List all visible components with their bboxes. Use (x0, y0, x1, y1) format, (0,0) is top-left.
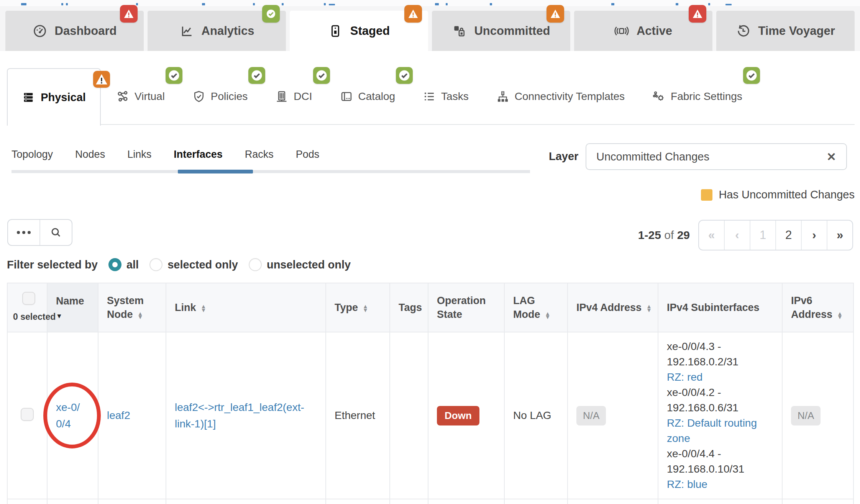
tab-fabric-settings[interactable]: Fabric Settings (652, 90, 742, 103)
tab-label: Catalog (358, 90, 396, 103)
column-header-ipv4-subinterfaces[interactable]: IPv4 Subinterfaces (658, 283, 782, 332)
routing-zone-link[interactable]: RZ: red (667, 371, 702, 383)
column-header-lag-mode[interactable]: LAG Mode▲▼ (504, 283, 568, 332)
radio-unselected-icon[interactable] (249, 258, 262, 271)
main-tab-time-voyager[interactable]: Time Voyager (716, 11, 855, 51)
column-label: Type (335, 302, 358, 313)
table-header-row: 0 selected Name ▼ System Node▲▼ Link▲▼ T… (7, 283, 853, 332)
system-node-cell: leaf2 (98, 332, 166, 499)
filter-option-label: unselected only (267, 259, 351, 271)
subinterface-entry: xe-0/0/4.3 - 192.168.0.2/31 RZ: red (667, 339, 778, 385)
tab-connectivity-templates[interactable]: Connectivity Templates (496, 90, 625, 103)
first-page-button[interactable]: « (699, 221, 724, 250)
tab-catalog[interactable]: Catalog (340, 90, 396, 103)
fabric-settings-icon (652, 90, 665, 103)
tab-label: Physical (41, 91, 86, 104)
column-header-link[interactable]: Link▲▼ (166, 283, 326, 332)
main-tab-active[interactable]: Active (574, 11, 712, 51)
tab-dci[interactable]: DCI (275, 90, 312, 103)
virtual-icon (116, 90, 129, 103)
main-tab-dashboard[interactable]: Dashboard (5, 11, 144, 51)
row-checkbox[interactable] (21, 408, 34, 421)
subnav-nodes[interactable]: Nodes (75, 149, 105, 160)
column-label: Operation State (437, 295, 486, 320)
success-badge-icon (396, 67, 413, 84)
staged-section-tabbar: Physical Virtual Po (7, 68, 855, 125)
column-header-operation-state[interactable]: Operation State (428, 283, 504, 332)
physical-subnav: Topology Nodes Links Interfaces Racks Po… (11, 149, 319, 160)
main-tab-analytics[interactable]: Analytics (148, 11, 286, 51)
filter-option-unselected-only[interactable]: unselected only (249, 258, 351, 271)
pagination-range: 1-25 of 29 (638, 229, 690, 242)
column-label: IPv4 Subinterfaces (667, 302, 760, 313)
select-all-checkbox[interactable] (22, 292, 35, 305)
down-status-badge: Down (437, 406, 479, 425)
row-select-cell (7, 332, 47, 499)
main-tab-uncommitted[interactable]: Uncommitted (432, 11, 570, 51)
column-label: IPv6 Address (791, 295, 832, 320)
filter-label: Filter selected by (7, 259, 98, 271)
subnav-pods[interactable]: Pods (296, 149, 320, 160)
search-button[interactable] (39, 220, 72, 245)
routing-zone-link[interactable]: RZ: Default routing zone (667, 417, 757, 444)
subnav-racks[interactable]: Racks (245, 149, 274, 160)
routing-zone-link[interactable]: RZ: blue (667, 478, 707, 490)
na-badge: N/A (791, 406, 821, 425)
analytics-icon (179, 24, 194, 38)
alert-badge-red-icon (689, 5, 706, 23)
column-header-ipv6-address[interactable]: IPv6 Address▲▼ (782, 283, 853, 332)
column-header-name[interactable]: Name ▼ (47, 283, 98, 332)
sort-icon: ▲▼ (201, 304, 207, 312)
pagination: 1-25 of 29 « ‹ 1 2 › » (638, 220, 853, 250)
next-page-button[interactable]: › (801, 221, 827, 250)
column-header-tags[interactable]: Tags (390, 283, 428, 332)
radio-unselected-icon[interactable] (149, 258, 162, 271)
column-header-system-node[interactable]: System Node▲▼ (98, 283, 166, 332)
prev-page-button[interactable]: ‹ (724, 221, 750, 250)
page-1-button[interactable]: 1 (750, 221, 775, 250)
success-badge-icon (262, 5, 280, 23)
subnav-links[interactable]: Links (127, 149, 151, 160)
catalog-icon (340, 90, 353, 103)
interface-name-link[interactable]: xe-0/0/4 (56, 399, 88, 432)
last-page-button[interactable]: » (827, 221, 852, 250)
main-tab-staged[interactable]: Staged (290, 11, 428, 51)
uncommitted-changes-legend: Has Uncommitted Changes (701, 188, 855, 201)
column-header-type[interactable]: Type▲▼ (326, 283, 390, 332)
main-tab-label: Dashboard (55, 24, 117, 38)
tab-label: Connectivity Templates (515, 90, 625, 103)
page-2-button[interactable]: 2 (775, 221, 801, 250)
staged-section-tabs: Virtual Policies DCI (116, 68, 742, 125)
subnav-interfaces[interactable]: Interfaces (174, 149, 223, 160)
column-header-ipv4-address[interactable]: IPv4 Address▲▼ (568, 283, 658, 332)
apstra-blueprint-page: Dashboard Analytics Staged (0, 0, 860, 504)
tasks-icon (423, 90, 436, 103)
table-row: xe-0/0/4 leaf2 leaf2<->rtr_leaf1_leaf2(e… (7, 332, 853, 499)
legend-label: Has Uncommitted Changes (719, 188, 855, 201)
system-node-link[interactable]: leaf2 (107, 409, 130, 421)
search-icon (50, 227, 62, 238)
link-link[interactable]: leaf2<->rtr_leaf1_leaf2(ext-link-1)[1] (175, 401, 304, 430)
lag-mode-cell: No LAG (504, 332, 568, 499)
tab-virtual[interactable]: Virtual (116, 90, 165, 103)
alert-badge-orange-icon (547, 5, 564, 23)
ipv6-address-cell: N/A (782, 332, 853, 499)
filter-option-selected-only[interactable]: selected only (149, 258, 238, 271)
policies-icon (192, 90, 205, 103)
main-tab-label: Uncommitted (474, 24, 550, 38)
clear-layer-icon[interactable]: ✕ (827, 150, 836, 164)
dci-icon (275, 90, 288, 103)
filter-option-all[interactable]: all (108, 258, 139, 271)
radio-selected-icon[interactable] (108, 258, 121, 271)
tab-physical[interactable]: Physical (7, 68, 101, 126)
tab-tasks[interactable]: Tasks (423, 90, 469, 103)
more-actions-button[interactable] (8, 220, 39, 245)
pagination-range-value: 1-25 (638, 229, 661, 241)
success-badge-icon (743, 67, 760, 84)
column-label: LAG Mode (513, 295, 540, 320)
subnav-active-indicator (178, 170, 253, 173)
subnav-topology[interactable]: Topology (11, 149, 53, 160)
tab-policies[interactable]: Policies (192, 90, 248, 103)
layer-select[interactable]: Uncommitted Changes ✕ (586, 143, 847, 170)
subinterface-entry: xe-0/0/4.2 - 192.168.0.6/31 RZ: Default … (667, 385, 778, 446)
